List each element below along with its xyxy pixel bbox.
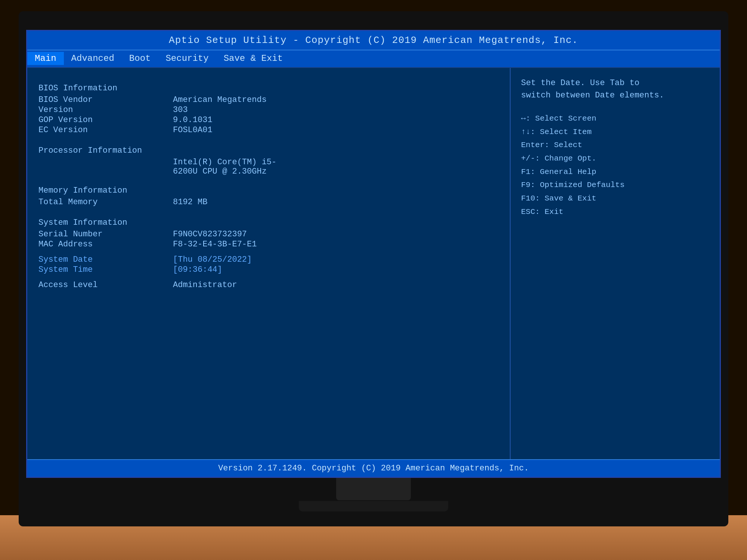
ec-version-value: FOSL0A01 [173, 125, 213, 135]
title-bar: Aptio Setup Utility - Copyright (C) 2019… [27, 31, 720, 50]
memory-info-header: Memory Information [38, 186, 499, 195]
left-panel: BIOS Information BIOS Vendor American Me… [27, 68, 511, 459]
key-enter-select: Enter: Select [521, 139, 709, 152]
bios-vendor-row: BIOS Vendor American Megatrends [38, 95, 499, 105]
menu-item-save-exit[interactable]: Save & Exit [216, 52, 290, 65]
system-time-value[interactable]: [09:36:44] [173, 265, 222, 274]
version-label: Version [38, 105, 173, 115]
menu-bar: Main Advanced Boot Security Save & Exit [27, 50, 720, 68]
menu-item-security[interactable]: Security [158, 52, 216, 65]
key-select-screen: ↔: Select Screen [521, 112, 709, 125]
key-help: ↔: Select Screen ↑↓: Select Item Enter: … [521, 112, 709, 219]
gop-version-value: 9.0.1031 [173, 115, 213, 125]
ec-version-row: EC Version FOSL0A01 [38, 125, 499, 135]
system-date-row[interactable]: System Date [Thu 08/25/2022] [38, 255, 499, 264]
gop-version-row: GOP Version 9.0.1031 [38, 115, 499, 125]
version-value: 303 [173, 105, 188, 115]
key-general-help: F1: General Help [521, 165, 709, 179]
access-level-label: Access Level [38, 280, 173, 290]
menu-item-advanced[interactable]: Advanced [64, 52, 122, 65]
version-row: Version 303 [38, 105, 499, 115]
total-memory-label: Total Memory [38, 197, 173, 207]
key-save-exit: F10: Save & Exit [521, 192, 709, 205]
processor-info-header: Processor Information [38, 146, 499, 155]
processor-row: Intel(R) Core(TM) i5- 6200U CPU @ 2.30GH… [38, 158, 499, 176]
key-select-item: ↑↓: Select Item [521, 125, 709, 139]
mac-address-value: F8-32-E4-3B-E7-E1 [173, 240, 257, 249]
total-memory-row: Total Memory 8192 MB [38, 197, 499, 207]
processor-label-spacer [38, 158, 173, 176]
processor-value: Intel(R) Core(TM) i5- 6200U CPU @ 2.30GH… [173, 158, 276, 176]
serial-number-value: F9N0CV823732397 [173, 230, 247, 239]
system-info-header: System Information [38, 218, 499, 227]
monitor-stand [336, 478, 411, 500]
monitor-base [299, 501, 448, 511]
key-change-opt: +/-: Change Opt. [521, 152, 709, 165]
system-date-value[interactable]: [Thu 08/25/2022] [173, 255, 252, 264]
gop-version-label: GOP Version [38, 115, 173, 125]
total-memory-value: 8192 MB [173, 197, 207, 207]
bios-vendor-label: BIOS Vendor [38, 95, 173, 105]
key-optimized: F9: Optimized Defaults [521, 178, 709, 192]
mac-address-label: MAC Address [38, 240, 173, 249]
ec-version-label: EC Version [38, 125, 173, 135]
bios-info-header: BIOS Information [38, 84, 499, 93]
system-time-row[interactable]: System Time [09:36:44] [38, 265, 499, 274]
access-level-value: Administrator [173, 280, 237, 290]
serial-number-label: Serial Number [38, 230, 173, 239]
menu-item-boot[interactable]: Boot [122, 52, 158, 65]
footer-bar: Version 2.17.1249. Copyright (C) 2019 Am… [27, 459, 720, 477]
help-text: Set the Date. Use Tab to switch between … [521, 77, 709, 102]
system-time-label: System Time [38, 265, 173, 274]
right-panel: Set the Date. Use Tab to switch between … [511, 68, 720, 459]
main-content: BIOS Information BIOS Vendor American Me… [27, 68, 720, 459]
menu-item-main[interactable]: Main [27, 52, 64, 65]
access-level-row: Access Level Administrator [38, 280, 499, 290]
serial-number-row: Serial Number F9N0CV823732397 [38, 230, 499, 239]
key-esc: ESC: Exit [521, 205, 709, 219]
system-date-label: System Date [38, 255, 173, 264]
mac-address-row: MAC Address F8-32-E4-3B-E7-E1 [38, 240, 499, 249]
bios-vendor-value: American Megatrends [173, 95, 267, 105]
